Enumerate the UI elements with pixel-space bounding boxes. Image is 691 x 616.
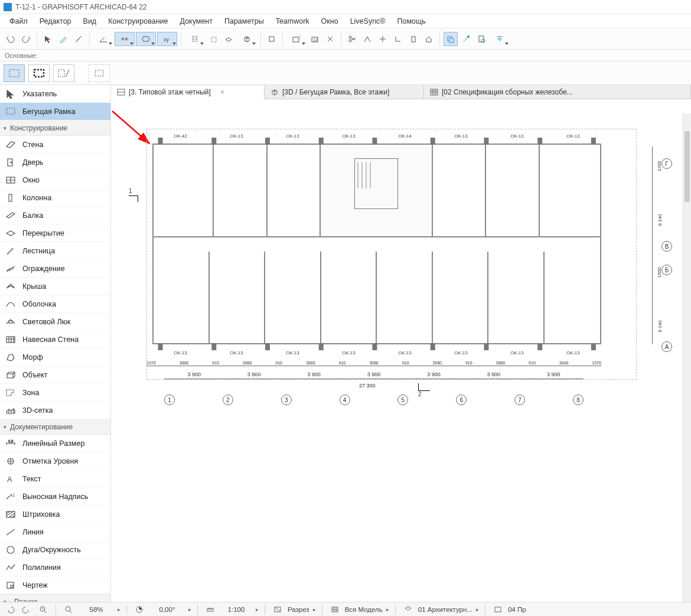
status-nav-fwd[interactable] xyxy=(20,604,33,615)
snap-grid-button[interactable] xyxy=(115,32,135,46)
tool-stair[interactable]: Лестница xyxy=(0,242,110,260)
tool-lineardim[interactable]: 1.2Линейный Размер xyxy=(0,435,110,452)
menu-view[interactable]: Вид xyxy=(77,15,103,27)
tool-railing[interactable]: Ограждение xyxy=(0,260,110,278)
toolbox-group-misc[interactable]: ▸ Разное xyxy=(0,594,110,602)
corner-button[interactable] xyxy=(391,32,405,46)
bottom-opening-labels: ОК-13ОК-13ОК-13ОК-13ОК-13ОК-13ОК-13ОК-13 xyxy=(152,350,601,356)
tool-wall[interactable]: Стена xyxy=(0,136,110,154)
toolbox-group-design[interactable]: Конструирование xyxy=(0,120,110,136)
toolbox-group-document[interactable]: Документирование xyxy=(0,419,110,435)
tool-label: Стена xyxy=(22,141,43,149)
status-angle-value[interactable]: 0,00° xyxy=(149,606,185,613)
trim-xy-button[interactable]: xy xyxy=(157,32,177,46)
house-icon-button[interactable] xyxy=(422,32,436,46)
tool-label[interactable]: A1Выносная Надпись xyxy=(0,488,110,506)
grid-toggle-button[interactable] xyxy=(185,32,205,46)
tool-roof[interactable]: Крыша xyxy=(0,278,110,295)
tool-column[interactable]: Колонна xyxy=(0,189,110,207)
tool-polyline[interactable]: Полилиния xyxy=(0,559,110,576)
tool-label: Указатель xyxy=(22,90,57,98)
tab-floorplan[interactable]: [3. Типовой этаж четный] × xyxy=(111,86,265,99)
chevron-right-icon[interactable]: ▸ xyxy=(476,607,479,612)
stamp-a-button[interactable]: 12 xyxy=(308,32,322,46)
tool-mesh[interactable]: 3D-сетка xyxy=(0,402,110,419)
vertical-scrollbar[interactable] xyxy=(683,113,691,602)
menu-options[interactable]: Параметры xyxy=(219,15,270,27)
projection-button[interactable] xyxy=(136,32,156,46)
tool-shell[interactable]: Оболочка xyxy=(0,295,110,313)
menu-teamwork[interactable]: Teamwork xyxy=(270,15,315,27)
tool-door[interactable]: Дверь xyxy=(0,154,110,171)
menu-file[interactable]: Файл xyxy=(4,15,34,27)
tool-pointer[interactable]: Указатель xyxy=(0,85,110,103)
zone-icon xyxy=(5,388,17,397)
revolve-button[interactable] xyxy=(490,32,510,46)
menu-window[interactable]: Окно xyxy=(315,15,344,27)
chevron-right-icon[interactable]: ▸ xyxy=(256,607,259,612)
svg-rect-54 xyxy=(591,343,596,350)
select-tool-button[interactable] xyxy=(41,32,55,46)
tool-skylight[interactable]: Световой Люк xyxy=(0,313,110,331)
status-model-label[interactable]: Вся Модель xyxy=(345,606,383,613)
tool-levelmark[interactable]: Отметка Уровня xyxy=(0,452,110,470)
menu-design[interactable]: Конструирование xyxy=(102,15,174,27)
tool-arc[interactable]: Дуга/Окружность xyxy=(0,541,110,559)
menu-help[interactable]: Помощь xyxy=(392,15,432,27)
chevron-right-icon[interactable]: ▸ xyxy=(188,607,191,612)
tool-beam[interactable]: Балка xyxy=(0,207,110,224)
menu-livesync[interactable]: LiveSync® xyxy=(344,15,392,27)
status-view-label[interactable]: 04 Пр xyxy=(508,606,526,613)
status-layer-label[interactable]: 01 Архитектурн... xyxy=(418,606,472,613)
trace-ref-button[interactable] xyxy=(444,32,458,46)
slab-mode-button[interactable] xyxy=(221,32,236,46)
stamp-button[interactable] xyxy=(265,32,279,46)
adjust-button[interactable] xyxy=(360,32,374,46)
tool-object[interactable]: Объект xyxy=(0,366,110,384)
tab-close-button[interactable]: × xyxy=(220,88,224,96)
status-zoom-value[interactable]: 58% xyxy=(79,606,114,613)
doc-nav-button[interactable] xyxy=(474,32,488,46)
x-marker-button[interactable] xyxy=(323,32,337,46)
tool-marquee[interactable]: Бегущая Рамка xyxy=(0,103,110,120)
chevron-right-icon[interactable]: ▸ xyxy=(118,607,120,612)
marquee-mode-thick[interactable] xyxy=(28,64,50,82)
chevron-right-icon[interactable]: ▸ xyxy=(313,607,316,612)
status-section-label[interactable]: Разрез xyxy=(288,606,309,613)
cube-mode-button[interactable] xyxy=(237,32,257,46)
measure-button[interactable] xyxy=(71,32,86,46)
status-zoom-fit[interactable]: + xyxy=(37,604,50,615)
tool-line[interactable]: Линия xyxy=(0,523,110,541)
picker-button[interactable] xyxy=(56,32,70,46)
door-icon-button[interactable] xyxy=(406,32,421,46)
marquee-mode-rect[interactable] xyxy=(89,64,110,82)
tab-schedule[interactable]: [02 Спецификация сборных железобе... xyxy=(424,85,691,99)
tab-3d[interactable]: [3D / Бегущая Рамка, Все этажи] xyxy=(265,85,424,99)
top-opening-labels: ОК-42ОК-13ОК-13ОК-13ОК-14ОК-13ОК-13ОК-13 xyxy=(152,133,601,139)
menu-edit[interactable]: Редактор xyxy=(34,15,77,27)
status-zoom-tool[interactable] xyxy=(62,604,75,615)
marquee-mode-poly[interactable] xyxy=(53,64,74,82)
tool-curtainwall[interactable]: Навесная Стена xyxy=(0,331,110,348)
insert-view-button[interactable] xyxy=(286,32,307,46)
edit-trace-button[interactable] xyxy=(459,32,473,46)
tool-fill[interactable]: Штриховка xyxy=(0,506,110,523)
menu-document[interactable]: Документ xyxy=(174,15,219,27)
chevron-right-icon[interactable]: ▸ xyxy=(386,607,389,612)
intersect-button[interactable] xyxy=(376,32,390,46)
toggle-visibility-button[interactable] xyxy=(206,32,220,46)
tool-drawing[interactable]: Чертеж xyxy=(0,576,110,594)
viewport[interactable]: 1 ОК-42ОК-13ОК-13ОК-13ОК-14ОК-13ОК-13ОК-… xyxy=(111,99,691,602)
tool-window[interactable]: Окно xyxy=(0,171,110,189)
scissors-button[interactable] xyxy=(345,32,359,46)
redo-button[interactable] xyxy=(19,32,33,46)
tool-slab[interactable]: Перекрытие xyxy=(0,224,110,242)
tool-text[interactable]: AТекст xyxy=(0,470,110,488)
angle-button[interactable] xyxy=(93,32,113,46)
tool-zone[interactable]: Зона xyxy=(0,384,110,402)
status-scale-value[interactable]: 1:100 xyxy=(220,606,252,613)
undo-button[interactable] xyxy=(4,32,18,46)
tool-morph[interactable]: Морф xyxy=(0,348,110,366)
status-nav-back[interactable] xyxy=(4,604,17,615)
marquee-mode-single[interactable] xyxy=(4,64,25,82)
